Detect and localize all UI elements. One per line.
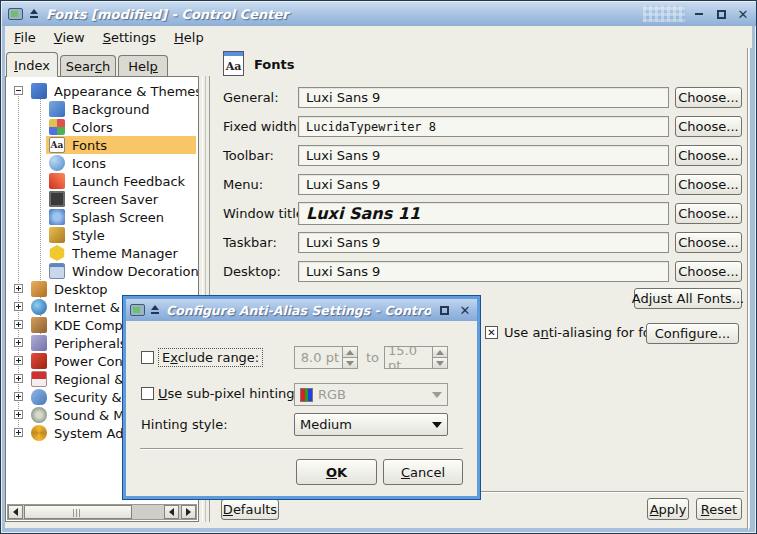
- apply-button[interactable]: Apply: [647, 498, 689, 520]
- choose-button-menu[interactable]: Choose...: [675, 174, 742, 195]
- dialog-separator: [140, 448, 463, 450]
- expand-toggle-icon[interactable]: [14, 302, 23, 311]
- tree-item-label: Theme Manager: [72, 246, 178, 261]
- adjust-all-fonts-button[interactable]: Adjust All Fonts...: [634, 288, 742, 309]
- ok-button[interactable]: OK: [296, 459, 377, 485]
- menubar: File View Settings Help: [5, 26, 752, 48]
- subpixel-hinting-label[interactable]: Use sub-pixel hinting:: [158, 386, 299, 401]
- tab-search[interactable]: Search: [60, 55, 116, 77]
- tree-item-background[interactable]: Background: [6, 100, 199, 118]
- tree-item-appearance-themes[interactable]: Appearance & Themes: [6, 82, 199, 100]
- tree-item-fonts[interactable]: AaFonts: [6, 136, 199, 154]
- subpixel-hinting-checkbox[interactable]: [141, 387, 154, 400]
- choose-button-desktop[interactable]: Choose...: [675, 261, 742, 282]
- arrow-right-icon: [186, 508, 191, 516]
- apply-button-label: Apply: [650, 502, 687, 517]
- dialog-close-button[interactable]: ✕: [457, 302, 473, 318]
- close-icon: ✕: [738, 8, 749, 21]
- expand-toggle-icon[interactable]: [14, 284, 23, 293]
- spin-down-icon: [433, 358, 447, 368]
- choose-button-window-title[interactable]: Choose...: [675, 203, 742, 224]
- font-preview-menu: Luxi Sans 9: [298, 174, 669, 195]
- tree-item-icons[interactable]: Icons: [6, 154, 199, 172]
- tree-item-window-decorations[interactable]: Window Decorations: [6, 262, 199, 280]
- chevron-down-icon: [432, 392, 442, 398]
- tree-item-colors[interactable]: Colors: [6, 118, 199, 136]
- font-preview-toolbar: Luxi Sans 9: [298, 145, 669, 166]
- menu-settings[interactable]: Settings: [94, 28, 165, 47]
- sidebar-horizontal-scrollbar[interactable]: [7, 504, 197, 520]
- expand-toggle-icon[interactable]: [14, 356, 23, 365]
- window-titlebar[interactable]: Fonts [modified] - Control Center ✕: [2, 2, 757, 26]
- scroll-left-button[interactable]: [8, 505, 23, 519]
- antialias-checkbox[interactable]: ✕: [485, 326, 498, 339]
- tree-item-splash-screen[interactable]: Splash Screen: [6, 208, 199, 226]
- system-administration-icon: [31, 425, 47, 441]
- configure-button[interactable]: Configure...: [646, 323, 739, 344]
- choose-button-label: Choose...: [678, 119, 738, 134]
- choose-button-label: Choose...: [678, 206, 738, 221]
- security-privacy-icon: [31, 389, 47, 405]
- choose-button-toolbar[interactable]: Choose...: [675, 145, 742, 166]
- dialog-titlebar[interactable]: Configure Anti-Alias Settings - Control …: [126, 299, 477, 321]
- font-preview-general: Luxi Sans 9: [298, 87, 669, 108]
- kde-components-icon: [31, 317, 47, 333]
- chevron-down-icon: [432, 422, 442, 428]
- tab-help[interactable]: Help: [118, 55, 168, 77]
- icons-icon: [49, 155, 65, 171]
- window-frame-right: [750, 26, 755, 532]
- choose-button-label: Choose...: [678, 235, 738, 250]
- range-from-spinner: 8.0 pt: [294, 346, 358, 369]
- fonts-header-icon: Aa: [223, 51, 244, 76]
- scrollbar-thumb[interactable]: [24, 505, 132, 519]
- expand-toggle-icon[interactable]: [14, 428, 23, 437]
- menu-view[interactable]: View: [45, 28, 94, 47]
- expand-toggle-icon[interactable]: [14, 338, 23, 347]
- menu-file[interactable]: File: [5, 28, 45, 47]
- arrow-left-icon: [13, 508, 18, 516]
- tab-index[interactable]: Index: [6, 52, 58, 77]
- titlebar-pattern: [643, 6, 685, 22]
- close-button[interactable]: ✕: [735, 6, 751, 22]
- dialog-shade-icon[interactable]: [150, 305, 161, 315]
- dialog-maximize-button[interactable]: [436, 302, 452, 318]
- expand-toggle-icon[interactable]: [14, 374, 23, 383]
- tree-item-launch-feedback[interactable]: Launch Feedback: [6, 172, 199, 190]
- expand-toggle-icon[interactable]: [14, 320, 23, 329]
- hinting-style-combobox[interactable]: Medium: [294, 413, 448, 436]
- exclude-range-label[interactable]: Exclude range:: [158, 348, 263, 367]
- theme-manager-icon: [49, 245, 65, 261]
- close-icon: ✕: [460, 304, 471, 317]
- cancel-button[interactable]: Cancel: [383, 459, 463, 485]
- reset-button[interactable]: Reset: [696, 498, 742, 520]
- choose-button-general[interactable]: Choose...: [675, 87, 742, 108]
- tree-item-screen-saver[interactable]: Screen Saver: [6, 190, 199, 208]
- exclude-range-checkbox[interactable]: [141, 351, 154, 364]
- choose-button-label: Choose...: [678, 264, 738, 279]
- maximize-button[interactable]: [713, 6, 729, 22]
- spin-up-icon: [433, 347, 447, 358]
- shade-icon[interactable]: [29, 9, 40, 19]
- scroll-right-button[interactable]: [181, 505, 196, 519]
- tree-item-theme-manager[interactable]: Theme Manager: [6, 244, 199, 262]
- subpixel-type-combobox: RGB: [294, 383, 448, 406]
- collapse-toggle-icon[interactable]: [14, 86, 23, 95]
- menu-help[interactable]: Help: [165, 28, 213, 47]
- choose-button-fixed-width[interactable]: Choose...: [675, 116, 742, 137]
- tree-item-label: Colors: [72, 120, 113, 135]
- scroll-left-button-2[interactable]: [164, 505, 179, 519]
- rgb-stripes-icon: [300, 388, 313, 402]
- defaults-button[interactable]: Defaults: [221, 499, 279, 520]
- minimize-button[interactable]: [691, 6, 707, 22]
- minimize-icon: [695, 13, 703, 15]
- expand-toggle-icon[interactable]: [14, 410, 23, 419]
- tree-item-style[interactable]: Style: [6, 226, 199, 244]
- font-row-label: Taskbar:: [223, 232, 277, 253]
- font-row-label: Toolbar:: [223, 145, 274, 166]
- choose-button-label: Choose...: [678, 90, 738, 105]
- expand-toggle-icon[interactable]: [14, 392, 23, 401]
- spin-down-icon: [343, 358, 357, 368]
- dialog-app-icon: [130, 304, 145, 316]
- app-icon: [8, 8, 23, 20]
- choose-button-taskbar[interactable]: Choose...: [675, 232, 742, 253]
